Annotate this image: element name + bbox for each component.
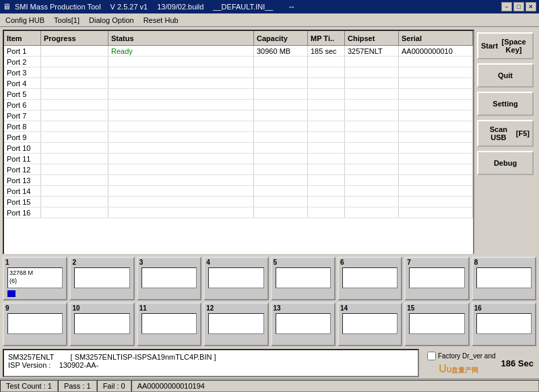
- cell-progress: [41, 186, 108, 196]
- info-text-box: SM3257ENLT [ SM3257ENLTISP-ISPSA19nmTLC4…: [3, 349, 419, 377]
- cell-mptime: [308, 143, 345, 153]
- port-14-display: [342, 313, 398, 334]
- cell-progress: [41, 197, 108, 207]
- col-header-capacity: Capacity: [254, 31, 308, 45]
- cell-status: [108, 207, 254, 218]
- cell-mptime: [308, 132, 345, 142]
- port-num-1: 1: [5, 259, 9, 266]
- cell-progress: [41, 175, 108, 185]
- cell-mptime: [308, 110, 345, 121]
- port-num-8: 8: [474, 259, 478, 266]
- cell-mptime: [308, 175, 345, 185]
- factory-driver-checkbox-label[interactable]: Factory Dr_ver and: [427, 352, 496, 360]
- app-build: 13/09/02.build: [157, 3, 203, 11]
- table-row: Port 15: [4, 197, 473, 207]
- cell-chipset: 3257ENLT: [345, 46, 399, 56]
- port-3-display: [141, 267, 197, 288]
- port-num-16: 16: [474, 304, 482, 312]
- col-header-chipset: Chipset: [345, 31, 399, 45]
- port-num-11: 11: [139, 304, 147, 312]
- col-header-progress: Progress: [41, 31, 108, 45]
- checkbox-text: Factory Dr_ver and: [438, 352, 496, 360]
- cell-chipset: [345, 154, 399, 164]
- cell-chipset: [345, 175, 399, 185]
- port-3: 3: [137, 257, 201, 300]
- cell-mptime: [308, 57, 345, 67]
- cell-mptime: [308, 78, 345, 88]
- cell-chipset: [345, 164, 399, 174]
- port-num-12: 12: [206, 304, 214, 312]
- port-num-7: 7: [407, 259, 411, 266]
- setting-button[interactable]: Setting: [477, 92, 534, 116]
- port-16: 16: [472, 302, 536, 346]
- close-button[interactable]: ✕: [526, 2, 536, 11]
- debug-button[interactable]: Debug: [477, 151, 534, 175]
- cell-chipset: [345, 78, 399, 88]
- cell-mptime: [308, 164, 345, 174]
- scan-usb-button[interactable]: Scan USB [F5]: [477, 120, 534, 147]
- cell-serial: [399, 89, 473, 99]
- cell-progress: [41, 100, 108, 110]
- table-header: Item Progress Status Capacity MP Ti.. Ch…: [4, 31, 473, 46]
- menu-dialog-option[interactable]: Dialog Option: [85, 15, 138, 26]
- bottom-area: 1 32768 M(6) 2 3 4 5 6 7: [0, 254, 539, 379]
- port-14: 14: [338, 302, 402, 346]
- cell-serial: [399, 143, 473, 153]
- factory-driver-checkbox[interactable]: [427, 352, 436, 360]
- info-line1: SM3257ENLT [ SM3257ENLTISP-ISPSA19nmTLC4…: [8, 353, 414, 361]
- table-row: Port 9: [4, 132, 473, 143]
- port-11: 11: [137, 302, 201, 346]
- port-num-13: 13: [274, 304, 281, 312]
- start-label-line2: [Space Key]: [498, 38, 530, 54]
- cell-progress: [41, 57, 108, 67]
- menu-reset-hub[interactable]: Reset Hub: [139, 15, 183, 26]
- table-row: Port 7: [4, 110, 473, 121]
- cell-serial: [399, 100, 473, 110]
- cell-chipset: [345, 132, 399, 142]
- cell-serial: AA0000000010: [399, 46, 473, 56]
- watermark-text: U盘量产网: [447, 366, 478, 374]
- app-title: SMI Mass Production Tool: [15, 3, 101, 11]
- port-11-display: [141, 313, 197, 334]
- maximize-button[interactable]: □: [513, 2, 524, 11]
- cell-capacity: [254, 78, 308, 88]
- cell-progress: [41, 78, 108, 88]
- port-6: 6: [338, 257, 402, 300]
- cell-serial: [399, 110, 473, 121]
- cell-status: [108, 57, 254, 67]
- app-version: V 2.5.27 v1: [110, 3, 148, 11]
- cell-progress: [41, 67, 108, 77]
- port-8: 8: [472, 257, 536, 300]
- cell-item: Port 5: [4, 89, 41, 99]
- cell-progress: [41, 143, 108, 153]
- cell-status: [108, 132, 254, 142]
- cell-mptime: [308, 186, 345, 196]
- cell-mptime: [308, 154, 345, 164]
- cell-status: [108, 78, 254, 88]
- cell-item: Port 9: [4, 132, 41, 142]
- cell-serial: [399, 78, 473, 88]
- port-10-display: [74, 313, 129, 334]
- menu-tools[interactable]: Tools[1]: [50, 15, 84, 26]
- cell-capacity: [254, 143, 308, 153]
- info-isp-label: ISP Version :: [8, 361, 51, 369]
- quit-button[interactable]: Quit: [477, 63, 534, 88]
- port-num-4: 4: [206, 259, 210, 266]
- cell-item: Port 16: [4, 207, 41, 218]
- cell-chipset: [345, 110, 399, 121]
- cell-item: Port 1: [4, 46, 41, 56]
- cell-item: Port 8: [4, 121, 41, 131]
- minimize-button[interactable]: −: [501, 2, 512, 11]
- port-grid-row1: 1 32768 M(6) 2 3 4 5 6 7: [0, 254, 539, 300]
- cell-item: Port 12: [4, 164, 41, 174]
- cell-serial: [399, 197, 473, 207]
- port-16-display: [476, 313, 532, 334]
- menu-config-hub[interactable]: Config HUB: [1, 15, 49, 26]
- cell-capacity: [254, 132, 308, 142]
- cell-serial: [399, 186, 473, 196]
- cell-serial: [399, 132, 473, 142]
- info-bar: SM3257ENLT [ SM3257ENLTISP-ISPSA19nmTLC4…: [0, 346, 539, 379]
- port-10: 10: [69, 302, 134, 346]
- start-button[interactable]: Start [Space Key]: [477, 32, 534, 59]
- scan-usb-key-label: [F5]: [516, 129, 530, 137]
